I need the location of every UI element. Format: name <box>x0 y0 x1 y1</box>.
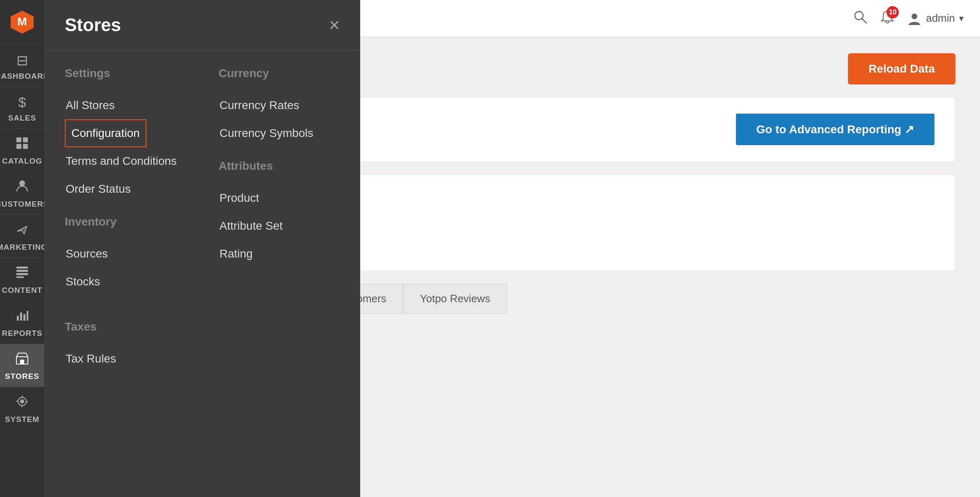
currency-section-title: Currency <box>219 67 340 80</box>
svg-rect-10 <box>16 276 24 278</box>
search-button[interactable] <box>853 9 868 27</box>
sales-icon: $ <box>18 94 26 110</box>
logo[interactable]: M <box>0 0 44 44</box>
stores-panel-title: Stores <box>65 15 121 35</box>
sidebar-item-label: CUSTOMERS <box>0 200 49 209</box>
sidebar-item-customers[interactable]: CUSTOMERS <box>0 171 44 214</box>
content-icon <box>15 265 29 283</box>
sidebar-item-label: DASHBOARD <box>0 72 49 81</box>
system-icon <box>15 394 29 412</box>
svg-rect-9 <box>16 273 28 275</box>
settings-section: Settings All Stores Configuration Terms … <box>65 67 186 203</box>
sidebar-item-sales[interactable]: $ SALES <box>0 87 44 128</box>
product-link[interactable]: Product <box>219 184 340 212</box>
sidebar: M ⊟ DASHBOARD $ SALES CATALOG CUSTOMERS … <box>0 0 44 497</box>
svg-rect-12 <box>20 312 22 321</box>
sidebar-item-label: STORES <box>5 372 39 381</box>
sidebar-item-label: REPORTS <box>2 329 43 338</box>
sidebar-item-label: SYSTEM <box>5 415 39 424</box>
advanced-reporting-button[interactable]: Go to Advanced Reporting ↗ <box>736 114 934 145</box>
svg-rect-3 <box>23 137 28 142</box>
settings-section-title: Settings <box>65 67 186 80</box>
notification-badge: 10 <box>886 6 899 18</box>
svg-point-18 <box>20 399 24 404</box>
sidebar-item-marketing[interactable]: MARKETING <box>0 214 44 258</box>
customers-icon <box>15 179 29 196</box>
stocks-link[interactable]: Stocks <box>65 268 186 296</box>
all-stores-link[interactable]: All Stores <box>65 91 186 119</box>
admin-label: admin <box>926 12 955 25</box>
sidebar-item-dashboard[interactable]: ⊟ DASHBOARD <box>0 44 44 87</box>
sidebar-item-catalog[interactable]: CATALOG <box>0 128 44 171</box>
stores-content: Settings All Stores Configuration Terms … <box>44 50 360 497</box>
sidebar-item-label: CATALOG <box>2 157 42 166</box>
attributes-section-title: Attributes <box>219 160 340 173</box>
svg-rect-13 <box>23 314 25 321</box>
taxes-section-title: Taxes <box>65 320 186 333</box>
currency-section: Currency Currency Rates Currency Symbols <box>219 67 340 147</box>
svg-rect-2 <box>16 137 21 142</box>
currency-rates-link[interactable]: Currency Rates <box>219 91 340 119</box>
sidebar-item-label: MARKETING <box>0 243 48 252</box>
terms-and-conditions-link[interactable]: Terms and Conditions <box>65 147 186 175</box>
svg-point-6 <box>19 180 25 186</box>
svg-rect-16 <box>20 360 24 364</box>
currency-symbols-link[interactable]: Currency Symbols <box>219 119 340 147</box>
svg-rect-5 <box>23 144 28 149</box>
svg-point-22 <box>911 14 917 19</box>
svg-rect-8 <box>16 270 28 272</box>
order-status-link[interactable]: Order Status <box>65 175 186 203</box>
taxes-section: Taxes Tax Rules <box>65 320 186 373</box>
stores-left-column: Settings All Stores Configuration Terms … <box>65 67 186 481</box>
svg-line-21 <box>862 19 867 23</box>
svg-rect-7 <box>16 267 28 269</box>
tab-yotpo-reviews[interactable]: Yotpo Reviews <box>403 284 507 314</box>
rating-link[interactable]: Rating <box>219 240 340 268</box>
admin-user-menu[interactable]: admin ▾ <box>907 11 964 26</box>
svg-rect-11 <box>17 316 19 321</box>
svg-rect-14 <box>27 311 28 321</box>
sources-link[interactable]: Sources <box>65 240 186 268</box>
configuration-link[interactable]: Configuration <box>65 119 146 147</box>
attribute-set-link[interactable]: Attribute Set <box>219 212 340 240</box>
admin-dropdown-icon: ▾ <box>959 13 964 24</box>
svg-text:M: M <box>17 15 27 28</box>
notification-button[interactable]: 10 <box>880 9 895 27</box>
topbar-icons: 10 admin ▾ <box>853 9 964 27</box>
sidebar-item-label: SALES <box>8 114 36 123</box>
inventory-section: Inventory Sources Stocks <box>65 215 186 296</box>
stores-right-column: Currency Currency Rates Currency Symbols… <box>219 67 340 481</box>
attributes-section: Attributes Product Attribute Set Rating <box>219 160 340 268</box>
stores-header: Stores × <box>44 0 360 50</box>
stores-icon <box>15 351 29 369</box>
tax-rules-link[interactable]: Tax Rules <box>65 345 186 373</box>
reports-icon <box>15 308 29 326</box>
sidebar-item-stores[interactable]: STORES <box>0 344 44 387</box>
inventory-section-title: Inventory <box>65 215 186 228</box>
marketing-icon <box>15 222 29 239</box>
stores-close-button[interactable]: × <box>329 15 340 35</box>
dashboard-icon: ⊟ <box>16 52 28 68</box>
catalog-icon <box>15 136 29 153</box>
svg-point-20 <box>855 11 863 20</box>
sidebar-item-system[interactable]: SYSTEM <box>0 387 44 430</box>
sidebar-item-label: CONTENT <box>2 286 43 295</box>
stores-panel: Stores × Settings All Stores Configurati… <box>44 0 360 497</box>
reload-data-button[interactable]: Reload Data <box>848 53 955 84</box>
sidebar-item-content[interactable]: CONTENT <box>0 258 44 301</box>
sidebar-item-reports[interactable]: REPORTS <box>0 301 44 344</box>
svg-rect-4 <box>16 144 21 149</box>
